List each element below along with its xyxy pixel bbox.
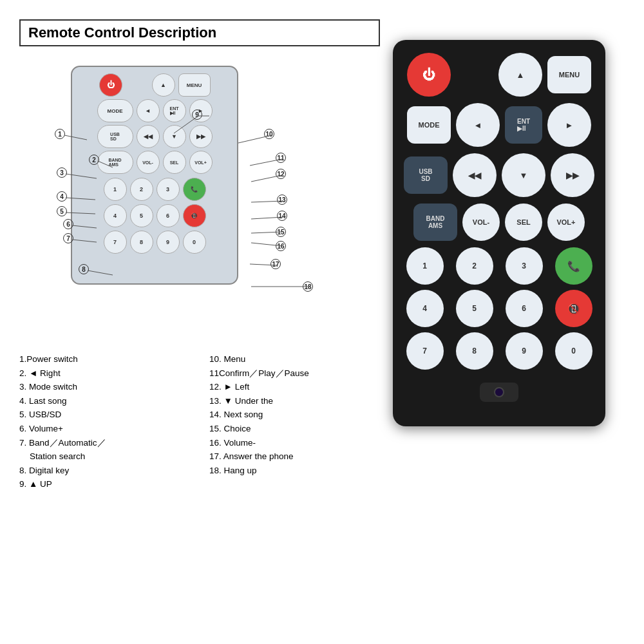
real-left-btn[interactable]: ◄ <box>456 103 500 147</box>
legend-item-2: 2. ◄ Right <box>19 366 190 381</box>
callout-15: 15 <box>276 227 286 237</box>
diag-btn-9[interactable]: 9 <box>156 231 180 254</box>
diag-numpad: 1 2 3 📞 4 5 6 📵 7 8 9 0 <box>104 178 206 254</box>
callout-17: 17 <box>270 259 281 269</box>
callout-1: 1 <box>55 129 65 139</box>
callout-6: 6 <box>63 219 73 229</box>
diag-mode-btn[interactable]: MODE <box>97 99 133 122</box>
diag-next-btn[interactable]: ▶▶ <box>189 125 213 148</box>
legend-item-1: 1.Power switch <box>19 352 190 366</box>
remote-small-diagram: ⏻ ▲ MENU MODE ◄ ENT▶II ► USBSD <box>71 66 238 285</box>
diag-btn-2[interactable]: 2 <box>130 178 153 201</box>
legend-item-5: 5. USB/SD <box>19 408 190 422</box>
legend: 1.Power switch 2. ◄ Right 3. Mode switch… <box>19 352 380 491</box>
real-mode-btn[interactable]: MODE <box>407 106 451 144</box>
real-btn-8[interactable]: 8 <box>456 332 493 370</box>
callout-9: 9 <box>192 109 202 120</box>
diag-btn-4[interactable]: 4 <box>104 204 127 227</box>
real-btn-6[interactable]: 6 <box>506 290 543 327</box>
diag-btn-5[interactable]: 5 <box>130 204 153 227</box>
diag-power-btn[interactable]: ⏻ <box>99 73 122 97</box>
real-right-btn[interactable]: ► <box>547 103 591 147</box>
legend-item-9: 9. ▲ UP <box>19 477 190 491</box>
legend-item-11: 11Confirm／Play／Pause <box>209 366 380 381</box>
legend-item-10: 10. Menu <box>209 352 380 366</box>
real-nextsong-btn[interactable]: ▶▶ <box>551 153 594 197</box>
real-volplus-btn[interactable]: VOL+ <box>547 204 585 241</box>
legend-item-7b: Station search <box>19 450 190 464</box>
real-btn-0[interactable]: 0 <box>555 332 592 370</box>
diag-btn-1[interactable]: 1 <box>104 178 127 201</box>
diag-band-btn[interactable]: BANDAMS <box>97 151 133 174</box>
diag-menu-btn[interactable]: MENU <box>178 73 211 97</box>
legend-item-3: 3. Mode switch <box>19 380 190 394</box>
diag-btn-6[interactable]: 6 <box>156 204 180 227</box>
diag-ent-btn[interactable]: ENT▶II <box>163 99 186 122</box>
real-band-btn[interactable]: BANDAMS <box>413 204 457 241</box>
real-btn-1[interactable]: 1 <box>406 247 444 285</box>
diag-prev-btn[interactable]: ◀◀ <box>137 125 160 148</box>
legend-item-13: 13. ▼ Under the <box>209 394 380 408</box>
left-panel: ⏻ ▲ MENU MODE ◄ ENT▶II ► USBSD <box>19 59 380 631</box>
remote-row-1: ⏻ ▲ MENU <box>402 53 596 97</box>
legend-item-4: 4. Last song <box>19 394 190 408</box>
diag-btn-7[interactable]: 7 <box>104 231 127 254</box>
remote-row-2: MODE ◄ ENT▶II ► <box>402 103 596 147</box>
diag-btn-hangup[interactable]: 📵 <box>183 204 206 227</box>
callout-12: 12 <box>276 169 286 179</box>
callout-10: 10 <box>264 129 274 139</box>
remote-diagram-area: ⏻ ▲ MENU MODE ◄ ENT▶II ► USBSD <box>19 59 380 343</box>
real-up-btn[interactable]: ▲ <box>498 53 542 97</box>
remote-row-3: USBSD ◀◀ ▼ ▶▶ <box>402 153 596 197</box>
real-btn-4[interactable]: 4 <box>406 290 444 327</box>
callout-7: 7 <box>63 233 73 243</box>
real-prev-btn[interactable]: ◀◀ <box>453 153 497 197</box>
diag-down-btn[interactable]: ▼ <box>163 125 186 148</box>
real-btn-9[interactable]: 9 <box>506 332 543 370</box>
legend-item-12: 12. ► Left <box>209 380 380 394</box>
ir-emitter-area <box>402 383 596 402</box>
real-menu-btn[interactable]: MENU <box>547 56 591 93</box>
diag-usbsd-btn[interactable]: USBSD <box>97 125 133 148</box>
real-ent-btn[interactable]: ENT▶II <box>505 106 542 144</box>
diag-btn-8[interactable]: 8 <box>130 231 153 254</box>
remote-row-4: BANDAMS VOL- SEL VOL+ <box>402 204 596 241</box>
legend-item-14: 14. Next song <box>209 408 380 422</box>
diag-sel-btn[interactable]: SEL <box>163 151 186 174</box>
callout-8: 8 <box>79 264 89 274</box>
diag-btn-0[interactable]: 0 <box>183 231 206 254</box>
legend-item-15: 15. Choice <box>209 422 380 436</box>
diag-volminus-btn[interactable]: VOL- <box>137 151 160 174</box>
page-title: Remote Control Description <box>19 19 380 46</box>
real-btn-2[interactable]: 2 <box>456 247 493 285</box>
legend-item-6: 6. Volume+ <box>19 422 190 436</box>
remote-numpad: 1 2 3 📞 4 5 6 📵 7 8 9 0 <box>402 247 596 370</box>
legend-item-18: 18. Hang up <box>209 464 380 478</box>
real-down-btn[interactable]: ▼ <box>502 153 545 197</box>
real-btn-7[interactable]: 7 <box>406 332 444 370</box>
callout-4: 4 <box>57 191 67 202</box>
ir-sensor <box>494 387 504 397</box>
real-sel-btn[interactable]: SEL <box>505 204 542 241</box>
real-btn-5[interactable]: 5 <box>456 290 493 327</box>
real-btn-3[interactable]: 3 <box>506 247 543 285</box>
diag-left-btn[interactable]: ◄ <box>137 99 160 122</box>
legend-item-7: 7. Band／Automatic／ <box>19 436 190 450</box>
real-btn-hangup[interactable]: 📵 <box>555 290 592 327</box>
diag-up-btn[interactable]: ▲ <box>152 73 175 97</box>
legend-item-8: 8. Digital key <box>19 464 190 478</box>
diag-btn-call[interactable]: 📞 <box>183 178 206 201</box>
real-power-btn[interactable]: ⏻ <box>407 53 451 97</box>
real-volminus-btn[interactable]: VOL- <box>462 204 500 241</box>
callout-16: 16 <box>276 241 286 251</box>
callout-13: 13 <box>277 194 287 205</box>
real-btn-call[interactable]: 📞 <box>555 247 592 285</box>
callout-18: 18 <box>303 281 313 292</box>
remote-real: ⏻ ▲ MENU MODE ◄ ENT▶II ► USBSD ◀◀ ▼ ▶▶ B <box>393 40 605 426</box>
callout-5: 5 <box>57 206 67 216</box>
real-usbsd-btn[interactable]: USBSD <box>404 156 448 194</box>
diag-btn-3[interactable]: 3 <box>156 178 180 201</box>
legend-item-17: 17. Answer the phone <box>209 450 380 464</box>
callout-2: 2 <box>89 155 99 165</box>
diag-volplus-btn[interactable]: VOL+ <box>189 151 213 174</box>
